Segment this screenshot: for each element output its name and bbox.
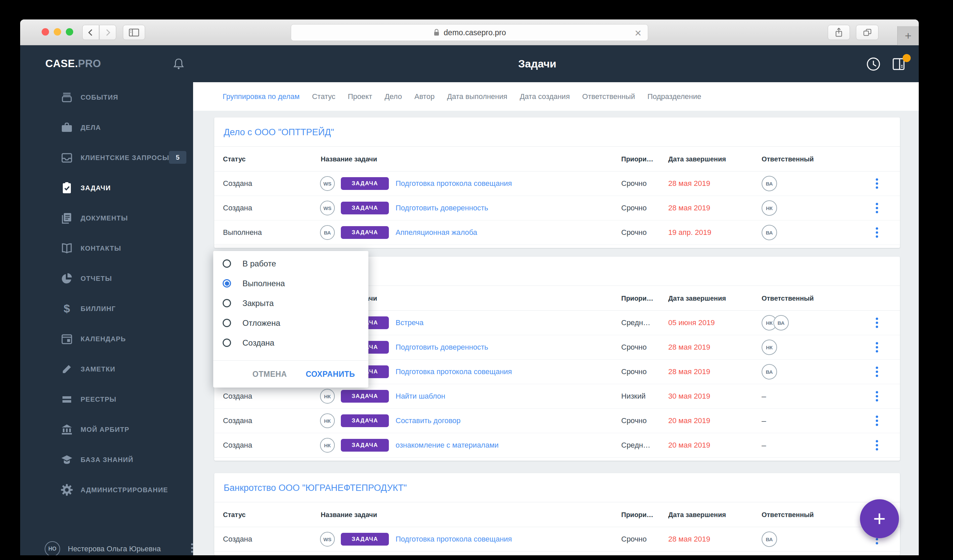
- task-link[interactable]: Подготовка протокола совещания: [396, 535, 512, 543]
- minimize-window-button[interactable]: [54, 28, 61, 36]
- history-button[interactable]: [866, 56, 881, 73]
- row-menu-button[interactable]: [873, 413, 881, 429]
- row-menu-button[interactable]: [873, 200, 881, 216]
- task-link[interactable]: Аппеляционная жалоба: [396, 228, 477, 237]
- filter-item-подразделение[interactable]: Подразделение: [647, 92, 701, 101]
- task-status[interactable]: Выполнена: [223, 228, 262, 237]
- status-option[interactable]: Создана: [213, 333, 368, 353]
- sidebar-item-calendar[interactable]: КАЛЕНДАРЬ: [20, 324, 193, 354]
- task-priority: Низкий: [621, 392, 646, 401]
- task-priority: Срочно: [621, 343, 647, 352]
- row-menu-button[interactable]: [873, 225, 881, 241]
- task-status[interactable]: Создана: [223, 441, 252, 450]
- sidebar-item-reports[interactable]: ОТЧЕТЫ: [20, 263, 193, 294]
- tab-overview-button[interactable]: [856, 25, 878, 40]
- notifications-button[interactable]: [172, 57, 185, 73]
- filter-item-группировка-по-делам[interactable]: Группировка по делам: [223, 92, 300, 101]
- task-link[interactable]: Подготовка протокола совещания: [396, 367, 512, 376]
- sidebar-item-client-requests[interactable]: КЛИЕНТСКИЕ ЗАПРОСЫ 5: [20, 142, 193, 173]
- cancel-button[interactable]: ОТМЕНА: [251, 368, 289, 381]
- task-link[interactable]: Встреча: [396, 319, 424, 327]
- add-task-fab[interactable]: +: [860, 499, 899, 538]
- stop-loading-icon[interactable]: ✕: [634, 28, 642, 39]
- status-option[interactable]: Закрыта: [213, 293, 368, 313]
- app-logo[interactable]: CASE.PRO: [45, 45, 101, 82]
- radio-icon[interactable]: [223, 319, 231, 327]
- save-button[interactable]: СОХРАНИТЬ: [304, 368, 356, 381]
- task-link[interactable]: Найти шаблон: [396, 392, 445, 401]
- zoom-window-button[interactable]: [66, 28, 73, 36]
- close-window-button[interactable]: [42, 28, 49, 36]
- share-button[interactable]: [828, 25, 850, 40]
- sidebar-item-my-arbitr[interactable]: МОЙ АРБИТР: [20, 415, 193, 445]
- case-card: Дело с ООО "ОПТТРЕЙД" Статус Название за…: [214, 118, 900, 248]
- sidebar-item-label: ЗАДАЧИ: [81, 184, 111, 192]
- sidebar-item-events[interactable]: СОБЫТИЯ: [20, 82, 193, 112]
- kebab-icon: [876, 416, 878, 426]
- task-status[interactable]: Создана: [223, 392, 252, 401]
- table-row: СозданаWSЗАДАЧАПодготовка протокола сове…: [214, 172, 900, 196]
- row-menu-button[interactable]: [873, 388, 881, 404]
- task-link[interactable]: Подготовка протокола совещания: [396, 179, 512, 188]
- popover-actions: ОТМЕНА СОХРАНИТЬ: [213, 360, 368, 388]
- filter-item-дата-выполнения[interactable]: Дата выполнения: [447, 92, 508, 101]
- task-status[interactable]: Создана: [223, 535, 252, 543]
- row-menu-button[interactable]: [873, 364, 881, 380]
- task-link[interactable]: Составить договор: [396, 416, 461, 425]
- sidebar-item-label: КЛИЕНТСКИЕ ЗАПРОСЫ: [81, 154, 169, 162]
- task-type-badge: ЗАДАЧА: [341, 439, 389, 452]
- task-link[interactable]: Подготовить доверенность: [396, 343, 488, 352]
- column-due: Дата завершения: [668, 510, 726, 518]
- new-tab-button[interactable]: +: [897, 26, 919, 45]
- radio-icon[interactable]: [223, 339, 231, 347]
- filter-item-дело[interactable]: Дело: [385, 92, 402, 101]
- filter-item-дата-создания[interactable]: Дата создания: [520, 92, 570, 101]
- events-icon: [60, 90, 74, 104]
- clock-icon: [866, 56, 881, 72]
- filter-item-статус[interactable]: Статус: [312, 92, 335, 101]
- sidebar-item-tasks[interactable]: ЗАДАЧИ: [20, 173, 193, 203]
- sidebar-item-billing[interactable]: $ БИЛЛИНГ: [20, 294, 193, 324]
- radio-icon[interactable]: [223, 259, 231, 268]
- filter-item-автор[interactable]: Автор: [414, 92, 435, 101]
- task-type-badge: ЗАДАЧА: [341, 390, 389, 403]
- status-option[interactable]: В работе: [213, 254, 368, 274]
- sidebar-toggle-button[interactable]: [123, 25, 145, 40]
- task-status[interactable]: Создана: [223, 179, 252, 188]
- radio-selected-icon[interactable]: [223, 279, 231, 288]
- column-due: Дата завершения: [668, 294, 726, 302]
- filter-item-ответственный[interactable]: Ответственный: [582, 92, 635, 101]
- tabs-icon: [862, 28, 872, 37]
- user-menu-button[interactable]: [191, 543, 193, 552]
- column-due: Дата завершения: [668, 155, 726, 163]
- radio-icon[interactable]: [223, 299, 231, 307]
- user-account-row[interactable]: НО Нестерова Ольга Юрьевна: [20, 535, 193, 555]
- sidebar-item-documents[interactable]: ДОКУМЕНТЫ: [20, 203, 193, 233]
- row-menu-button[interactable]: [873, 176, 881, 192]
- row-menu-button[interactable]: [873, 438, 881, 453]
- case-title-link[interactable]: Банкротство ООО "ЮГРАНЕФТЕПРОДУКТ": [224, 483, 407, 493]
- sidebar-item-contacts[interactable]: КОНТАКТЫ: [20, 233, 193, 263]
- sidebar-item-administration[interactable]: АДМИНИСТРИРОВАНИЕ: [20, 475, 193, 505]
- address-bar[interactable]: demo.casepro.pro ✕: [291, 24, 648, 41]
- task-status[interactable]: Создана: [223, 204, 252, 212]
- status-option[interactable]: Выполнена: [213, 274, 368, 293]
- forward-button[interactable]: [99, 25, 116, 40]
- status-option[interactable]: Отложена: [213, 313, 368, 333]
- task-link[interactable]: ознакомление с материалами: [396, 441, 499, 450]
- case-card: Банкротство ООО "ЮГРАНЕФТЕПРОДУКТ" Стату…: [214, 473, 900, 555]
- filter-item-проект[interactable]: Проект: [348, 92, 372, 101]
- row-menu-button[interactable]: [873, 340, 881, 355]
- task-status[interactable]: Создана: [223, 416, 252, 425]
- inbox-icon: [60, 151, 74, 165]
- sidebar-item-notes[interactable]: ЗАМЕТКИ: [20, 354, 193, 384]
- row-menu-button[interactable]: [873, 315, 881, 331]
- sidebar-item-registries[interactable]: РЕЕСТРЫ: [20, 384, 193, 415]
- sidebar-item-knowledge-base[interactable]: БАЗА ЗНАНИЙ: [20, 445, 193, 475]
- documents-icon: [60, 211, 74, 225]
- case-title-link[interactable]: Дело с ООО "ОПТТРЕЙД": [224, 127, 334, 138]
- back-button[interactable]: [82, 25, 99, 40]
- assignee-avatar: НК: [762, 200, 777, 216]
- sidebar-item-cases[interactable]: ДЕЛА: [20, 112, 193, 142]
- task-link[interactable]: Подготовить доверенность: [396, 204, 488, 212]
